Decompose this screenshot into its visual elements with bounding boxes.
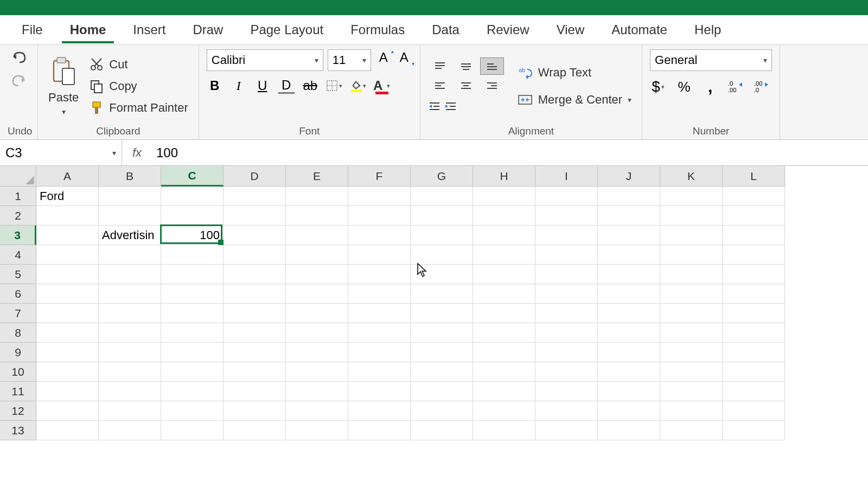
cell-G4[interactable]	[411, 245, 473, 265]
cell-L5[interactable]	[723, 265, 785, 284]
italic-button[interactable]: I	[231, 78, 247, 94]
cell-I9[interactable]	[535, 343, 598, 362]
cell-J8[interactable]	[598, 323, 660, 343]
align-middle-button[interactable]	[454, 57, 478, 75]
align-left-button[interactable]	[428, 77, 452, 94]
cell-G9[interactable]	[411, 343, 473, 362]
cell-L4[interactable]	[723, 245, 785, 265]
increase-indent-button[interactable]	[444, 98, 457, 115]
wrap-text-button[interactable]: ab Wrap Text	[515, 64, 634, 81]
cell-B5[interactable]	[99, 265, 161, 284]
cell-L8[interactable]	[723, 323, 785, 343]
cell-D2[interactable]	[224, 206, 286, 226]
cell-H12[interactable]	[473, 401, 535, 421]
cell-C9[interactable]	[161, 343, 224, 362]
cell-K3[interactable]	[660, 226, 723, 245]
cell-K6[interactable]	[660, 284, 723, 304]
cell-F12[interactable]	[348, 401, 411, 421]
cell-D12[interactable]	[224, 401, 286, 421]
tab-insert[interactable]: Insert	[119, 17, 179, 43]
cell-L9[interactable]	[723, 343, 785, 362]
undo-icon[interactable]	[10, 49, 28, 65]
cell-E4[interactable]	[286, 245, 348, 265]
cell-E9[interactable]	[286, 343, 348, 362]
cell-I10[interactable]	[535, 362, 598, 382]
cell-D8[interactable]	[224, 323, 286, 343]
double-underline-button[interactable]: D	[278, 78, 295, 94]
cell-K11[interactable]	[660, 382, 723, 401]
column-header-L[interactable]: L	[723, 166, 785, 187]
copy-button[interactable]: Copy	[87, 78, 191, 95]
cell-K13[interactable]	[660, 421, 723, 440]
cell-E12[interactable]	[286, 401, 348, 421]
cell-B9[interactable]	[99, 343, 161, 362]
cell-E13[interactable]	[286, 421, 348, 440]
select-all-corner[interactable]	[0, 166, 36, 187]
decrease-font-button[interactable]: A▾	[396, 49, 412, 66]
column-header-I[interactable]: I	[535, 166, 598, 187]
cell-K8[interactable]	[660, 323, 723, 343]
cell-H6[interactable]	[473, 284, 535, 304]
cell-J12[interactable]	[598, 401, 660, 421]
cell-C13[interactable]	[161, 421, 224, 440]
cell-A2[interactable]	[36, 206, 99, 226]
cell-I7[interactable]	[535, 304, 598, 323]
cell-I3[interactable]	[535, 226, 598, 245]
cell-J6[interactable]	[598, 284, 660, 304]
cell-I2[interactable]	[535, 206, 598, 226]
cell-D10[interactable]	[224, 362, 286, 382]
cell-D5[interactable]	[224, 265, 286, 284]
merge-center-button[interactable]: Merge & Center ▾	[515, 91, 634, 108]
cell-J11[interactable]	[598, 382, 660, 401]
row-header-2[interactable]: 2	[0, 206, 36, 226]
cell-A9[interactable]	[36, 343, 99, 362]
cell-A4[interactable]	[36, 245, 99, 265]
cell-A6[interactable]	[36, 284, 99, 304]
row-header-6[interactable]: 6	[0, 284, 36, 304]
fx-icon[interactable]: fx	[122, 146, 152, 160]
cell-D13[interactable]	[224, 421, 286, 440]
align-right-button[interactable]	[480, 77, 504, 94]
borders-button[interactable]: ▾	[326, 78, 342, 94]
column-header-A[interactable]: A	[36, 166, 99, 187]
cell-G3[interactable]	[411, 226, 473, 245]
cell-I1[interactable]	[535, 187, 598, 206]
paste-button[interactable]: Paste ▾	[46, 54, 81, 119]
cell-C3[interactable]: 100	[161, 226, 224, 245]
increase-decimal-button[interactable]: .0.00	[728, 79, 744, 95]
column-header-K[interactable]: K	[660, 166, 723, 187]
fill-color-button[interactable]: ▾	[350, 78, 366, 94]
cell-A3[interactable]	[36, 226, 99, 245]
cell-C6[interactable]	[161, 284, 224, 304]
cell-H2[interactable]	[473, 206, 535, 226]
tab-home[interactable]: Home	[56, 17, 120, 43]
tab-draw[interactable]: Draw	[179, 17, 237, 43]
cell-E11[interactable]	[286, 382, 348, 401]
format-painter-button[interactable]: Format Painter	[87, 99, 191, 117]
cell-K10[interactable]	[660, 362, 723, 382]
cell-A7[interactable]	[36, 304, 99, 323]
decrease-decimal-button[interactable]: .00.0	[754, 79, 770, 95]
cell-I4[interactable]	[535, 245, 598, 265]
cell-H11[interactable]	[473, 382, 535, 401]
cell-C8[interactable]	[161, 323, 224, 343]
cell-H1[interactable]	[473, 187, 535, 206]
column-header-F[interactable]: F	[348, 166, 411, 187]
underline-button[interactable]: U	[254, 78, 271, 94]
cell-C10[interactable]	[161, 362, 224, 382]
tab-help[interactable]: Help	[681, 17, 735, 43]
font-name-combo[interactable]: Calibri▾	[207, 49, 323, 71]
tab-formulas[interactable]: Formulas	[337, 17, 418, 43]
cell-H10[interactable]	[473, 362, 535, 382]
cell-D6[interactable]	[224, 284, 286, 304]
cell-F8[interactable]	[348, 323, 411, 343]
cell-K2[interactable]	[660, 206, 723, 226]
row-header-8[interactable]: 8	[0, 323, 36, 343]
font-size-combo[interactable]: 11▾	[328, 49, 371, 71]
row-header-1[interactable]: 1	[0, 187, 36, 206]
cell-D9[interactable]	[224, 343, 286, 362]
cell-F3[interactable]	[348, 226, 411, 245]
cell-F10[interactable]	[348, 362, 411, 382]
cell-A11[interactable]	[36, 382, 99, 401]
cell-K5[interactable]	[660, 265, 723, 284]
